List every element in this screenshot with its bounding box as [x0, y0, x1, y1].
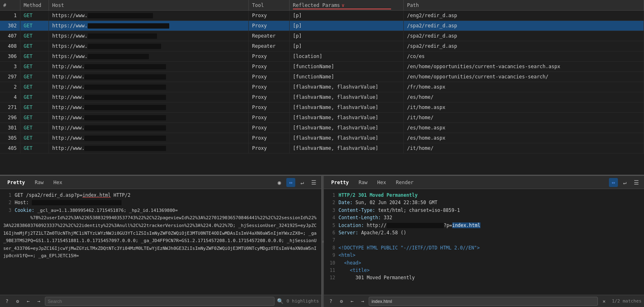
table-header: # Method Host Tool Reflected Params ∨ Pa…: [0, 0, 644, 11]
wrap-lines-icon[interactable]: ⇔: [286, 178, 295, 187]
col-header-num[interactable]: #: [0, 0, 20, 10]
col-header-reflected-params[interactable]: Reflected Params ∨: [290, 0, 404, 10]
cell-params: [flashvarName, flashvarValue]: [290, 113, 404, 122]
cell-params: [flashvarName, flashvarValue]: [290, 82, 404, 92]
help-icon-left[interactable]: ?: [2, 297, 11, 306]
search-input-right[interactable]: [369, 297, 598, 306]
wrap-lines-icon-right[interactable]: ⇔: [609, 178, 618, 187]
cell-num: 271: [0, 102, 20, 112]
tab-raw-request[interactable]: Raw: [31, 178, 48, 187]
cell-num: 3: [0, 62, 20, 71]
tab-raw-response[interactable]: Raw: [354, 178, 372, 187]
tab-hex-request[interactable]: Hex: [49, 178, 66, 187]
back-icon-right[interactable]: ←: [347, 297, 356, 306]
cell-tool: Proxy: [249, 143, 290, 153]
table-row[interactable]: 405 GET http://www. Proxy [flashvarName,…: [0, 143, 644, 154]
cell-host: http://www.: [49, 123, 249, 133]
tab-pretty-response[interactable]: Pretty: [327, 178, 353, 187]
cell-num: 4: [0, 92, 20, 102]
cell-num: 296: [0, 113, 20, 122]
cell-path: /es/home.aspx: [404, 133, 644, 143]
cell-params: [flashvarName, flashvarValue]: [290, 123, 404, 133]
cell-path: /spa2/redir_d.asp: [404, 31, 644, 41]
tab-hex-response[interactable]: Hex: [373, 178, 390, 187]
table-row[interactable]: 4 GET http://www. Proxy [flashvarName, f…: [0, 92, 644, 102]
host-redacted: [84, 85, 166, 90]
response-line-9: 9<html>: [327, 251, 641, 259]
highlights-count: 0 highlights: [287, 298, 319, 304]
cell-params: [p]: [290, 11, 404, 20]
host-redacted: [84, 146, 166, 151]
search-mag-icon-left: 🔍: [277, 298, 283, 304]
settings-icon-right[interactable]: ⚙: [337, 297, 346, 306]
line-endings-icon-right[interactable]: ↵: [620, 178, 629, 187]
table-row[interactable]: 302 GET https://www. Proxy [p] /spa2/red…: [0, 21, 644, 31]
cell-params: [flashvarName, flashvarValue]: [290, 133, 404, 143]
menu-icon[interactable]: ☰: [309, 178, 318, 187]
response-panel-icons: ⇔ ↵ ☰: [609, 178, 641, 187]
response-line-7: 7: [327, 236, 641, 244]
cell-tool: Proxy: [249, 92, 290, 102]
host-redacted: [84, 74, 166, 80]
eye-slash-icon[interactable]: ◉: [275, 178, 284, 187]
col-header-host[interactable]: Host: [49, 0, 249, 10]
cell-path: /co/es: [404, 51, 644, 61]
request-line-1: 1GET /spa2/redir_d.asp?p=index.html HTTP…: [3, 191, 318, 199]
menu-icon-right[interactable]: ☰: [632, 178, 641, 187]
close-search-icon[interactable]: ✕: [600, 297, 609, 306]
cell-method: GET: [20, 133, 49, 143]
col-header-tool[interactable]: Tool: [249, 0, 290, 10]
cell-params: [flashvarName, flashvarValue]: [290, 143, 404, 153]
host-redacted: [88, 13, 153, 18]
table-row[interactable]: 3 GET http://www. Proxy [functionName] /…: [0, 62, 644, 72]
location-host-redacted: [387, 223, 444, 228]
cell-tool: Proxy: [249, 123, 290, 133]
table-row[interactable]: 306 GET https://www. Proxy [location] /c…: [0, 51, 644, 62]
request-panel-tabs: Pretty Raw Hex ◉ ⇔ ↵ ☰: [0, 176, 321, 189]
cell-host: https://www.: [49, 41, 249, 51]
search-input-left[interactable]: [45, 297, 274, 306]
help-icon-right[interactable]: ?: [326, 297, 335, 306]
cell-method: GET: [20, 82, 49, 92]
cell-num: 301: [0, 123, 20, 133]
requests-table: # Method Host Tool Reflected Params ∨ Pa…: [0, 0, 644, 176]
col-header-path[interactable]: Path: [404, 0, 644, 10]
cell-path: /en/home/opportunities/current-vacancies…: [404, 72, 644, 82]
cell-params: [functionName]: [290, 62, 404, 71]
back-icon-left[interactable]: ←: [24, 297, 33, 306]
cell-host: http://www.: [49, 92, 249, 102]
cell-tool: Repeater: [249, 31, 290, 41]
settings-icon-left[interactable]: ⚙: [13, 297, 22, 306]
forward-icon-left[interactable]: →: [34, 297, 43, 306]
cell-path: /en/home/opportunities/current-vacancies…: [404, 62, 644, 71]
host-redacted: [84, 64, 166, 69]
cell-tool: Proxy: [249, 113, 290, 122]
line-endings-icon[interactable]: ↵: [298, 178, 307, 187]
response-panel-tabs: Pretty Raw Hex Render ⇔ ↵ ☰: [324, 176, 644, 189]
col-header-method[interactable]: Method: [20, 0, 49, 10]
table-row[interactable]: 407 GET https://www. Repeater [p] /spa2/…: [0, 31, 644, 41]
tab-render-response[interactable]: Render: [392, 178, 418, 187]
tab-pretty-request[interactable]: Pretty: [3, 178, 29, 187]
cell-path: /es/home.aspx: [404, 123, 644, 133]
cell-tool: Proxy: [249, 133, 290, 143]
table-row[interactable]: 2 GET http://www. Proxy [flashvarName, f…: [0, 82, 644, 92]
response-line-3: 3Content-Type: text/html; charset=iso-88…: [327, 207, 641, 214]
table-row[interactable]: 297 GET http://www. Proxy [functionName]…: [0, 72, 644, 82]
cell-host: https://www.: [49, 21, 249, 31]
cell-host: http://www.: [49, 133, 249, 143]
request-toolbar: ? ⚙ ← → 🔍 0 highlights: [0, 295, 321, 307]
cell-params: [flashvarName, flashvarValue]: [290, 102, 404, 112]
table-row[interactable]: 1 GET https://www. Proxy [p] /eng2/redir…: [0, 11, 644, 21]
cell-num: 1: [0, 11, 20, 20]
cell-num: 306: [0, 51, 20, 61]
table-row[interactable]: 296 GET http://www. Proxy [flashvarName,…: [0, 113, 644, 123]
table-row[interactable]: 305 GET http://www. Proxy [flashvarName,…: [0, 133, 644, 143]
table-row[interactable]: 408 GET https://www. Repeater [p] /spa2/…: [0, 41, 644, 51]
table-row[interactable]: 301 GET http://www. Proxy [flashvarName,…: [0, 123, 644, 133]
table-row[interactable]: 271 GET http://www. Proxy [flashvarName,…: [0, 102, 644, 113]
request-line-2: 2Host:: [3, 199, 318, 206]
cell-method: GET: [20, 11, 49, 20]
response-toolbar: ? ⚙ ← → ✕ 1/2 matches: [324, 295, 644, 307]
forward-icon-right[interactable]: →: [358, 297, 367, 306]
